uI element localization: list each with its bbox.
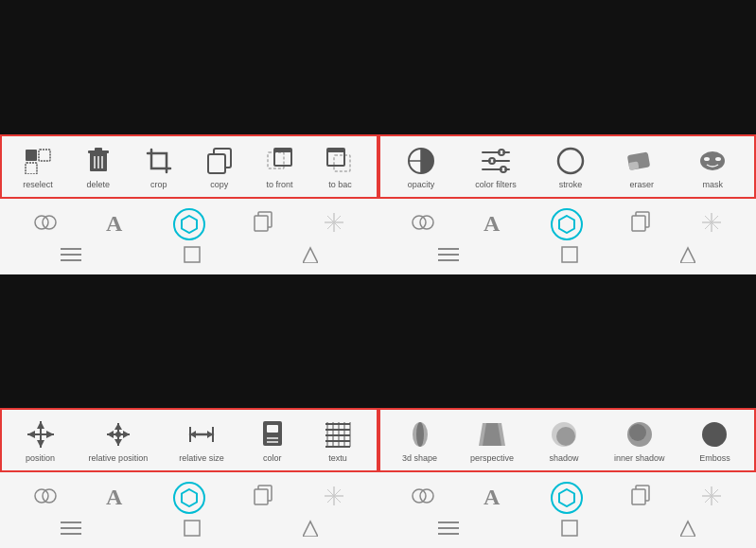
bottom-right-row2 bbox=[388, 518, 747, 542]
opacity-tool[interactable]: opacity bbox=[404, 144, 438, 189]
texture-label: textu bbox=[328, 453, 347, 463]
sparkle-icon-br[interactable] bbox=[700, 485, 723, 511]
sparkle-icon-tr[interactable] bbox=[700, 211, 723, 238]
copy-icon-bl[interactable] bbox=[253, 485, 275, 511]
svg-rect-16 bbox=[327, 149, 344, 152]
svg-rect-10 bbox=[208, 154, 225, 173]
svg-marker-31 bbox=[303, 248, 318, 263]
bottom-right-bottom-bar: A bbox=[378, 472, 757, 548]
crop-label: crop bbox=[150, 180, 167, 189]
copy-icon-br[interactable] bbox=[630, 485, 653, 511]
svg-rect-13 bbox=[274, 149, 291, 152]
relative-position-tool[interactable]: relative position bbox=[89, 417, 149, 463]
opacity-icon bbox=[404, 144, 438, 178]
inner-shadow-tool[interactable]: inner shadow bbox=[614, 417, 665, 463]
eraser-tool[interactable]: eraser bbox=[624, 144, 659, 189]
square-icon-bl[interactable] bbox=[184, 520, 201, 540]
blend-icon-tr[interactable] bbox=[411, 210, 435, 239]
svg-rect-22 bbox=[255, 216, 268, 231]
svg-marker-64 bbox=[680, 248, 695, 263]
relative-size-label: relative size bbox=[179, 453, 224, 463]
bottom-right-toolbar: 3d shape perspective bbox=[378, 408, 757, 472]
svg-rect-2 bbox=[26, 163, 37, 174]
delete-label: delete bbox=[87, 180, 111, 189]
relative-size-tool[interactable]: relative size bbox=[179, 417, 224, 463]
to-back-tool[interactable]: to bac bbox=[323, 144, 357, 189]
svg-rect-84 bbox=[267, 425, 278, 433]
stroke-tool[interactable]: stroke bbox=[554, 144, 588, 189]
delete-tool[interactable]: delete bbox=[81, 144, 115, 189]
color-tool[interactable]: color bbox=[255, 417, 290, 463]
perspective-tool[interactable]: perspective bbox=[470, 417, 514, 463]
bottom-left-row1: A bbox=[9, 478, 369, 518]
stroke-label: stroke bbox=[559, 180, 583, 189]
svg-marker-74 bbox=[114, 439, 122, 446]
svg-point-120 bbox=[702, 422, 727, 447]
text-icon-bl[interactable]: A bbox=[105, 484, 126, 512]
color-icon bbox=[255, 417, 290, 451]
play-icon-br[interactable] bbox=[680, 520, 695, 540]
hex-circle-tr[interactable] bbox=[551, 208, 583, 240]
mask-label: mask bbox=[703, 180, 724, 189]
top-left-tools: reselect delete bbox=[8, 144, 371, 189]
color-filters-tool[interactable]: color filters bbox=[475, 144, 517, 189]
to-front-label: to front bbox=[267, 180, 293, 189]
menu-icon-br[interactable] bbox=[438, 521, 459, 539]
text-icon-br[interactable]: A bbox=[483, 484, 503, 512]
blend-icon-bl[interactable] bbox=[33, 484, 58, 512]
to-front-icon bbox=[263, 144, 297, 178]
emboss-tool[interactable]: Emboss bbox=[697, 417, 731, 463]
square-icon-tr[interactable] bbox=[561, 246, 578, 267]
copy-icon-tr[interactable] bbox=[630, 211, 653, 238]
blend-icon-br[interactable] bbox=[411, 484, 435, 512]
svg-point-18 bbox=[43, 216, 56, 229]
square-icon-br[interactable] bbox=[561, 520, 578, 540]
text-icon-tr[interactable]: A bbox=[483, 210, 503, 239]
menu-icon-bl[interactable] bbox=[61, 521, 81, 539]
relative-position-icon bbox=[101, 417, 135, 451]
svg-marker-111 bbox=[303, 521, 318, 537]
play-icon-tl[interactable] bbox=[303, 246, 318, 267]
copy-icon-tl[interactable] bbox=[253, 211, 275, 238]
top-right-tools: opacity color bbox=[386, 144, 749, 189]
sparkle-icon-tl[interactable] bbox=[323, 211, 345, 238]
top-right-dark bbox=[378, 0, 757, 134]
copy-tool[interactable]: copy bbox=[202, 144, 237, 189]
square-icon-tl[interactable] bbox=[184, 246, 201, 267]
svg-text:A: A bbox=[483, 211, 501, 235]
texture-tool[interactable]: textu bbox=[321, 417, 355, 463]
top-left-toolbar: reselect delete bbox=[0, 134, 378, 199]
color-filters-label: color filters bbox=[475, 180, 517, 189]
emboss-icon bbox=[697, 417, 731, 451]
bottom-left-tools: position relative position bbox=[8, 417, 371, 463]
3d-shape-tool[interactable]: 3d shape bbox=[402, 417, 437, 463]
menu-icon-tl[interactable] bbox=[61, 247, 81, 266]
reselect-tool[interactable]: reselect bbox=[21, 144, 55, 189]
copy-icon bbox=[202, 144, 237, 178]
reselect-label: reselect bbox=[23, 180, 53, 189]
sparkle-icon-bl[interactable] bbox=[323, 485, 345, 511]
hex-circle-tl[interactable] bbox=[173, 208, 205, 240]
blend-icon-tl[interactable] bbox=[33, 210, 58, 239]
svg-rect-126 bbox=[632, 489, 645, 504]
bottom-left-toolbar: position relative position bbox=[0, 408, 378, 472]
position-tool[interactable]: position bbox=[24, 417, 58, 463]
3d-shape-icon bbox=[403, 417, 437, 451]
to-front-tool[interactable]: to front bbox=[263, 144, 297, 189]
play-icon-bl[interactable] bbox=[303, 520, 318, 540]
play-icon-tr[interactable] bbox=[680, 246, 695, 267]
mask-tool[interactable]: mask bbox=[695, 144, 730, 189]
text-icon-tl[interactable]: A bbox=[105, 210, 126, 239]
svg-point-113 bbox=[416, 422, 424, 447]
hex-circle-br[interactable] bbox=[551, 482, 583, 514]
hex-circle-bl[interactable] bbox=[173, 482, 205, 514]
svg-marker-73 bbox=[114, 423, 122, 430]
crop-tool[interactable]: crop bbox=[142, 144, 176, 189]
top-left-quadrant: reselect delete bbox=[0, 0, 378, 274]
menu-icon-tr[interactable] bbox=[438, 247, 459, 266]
position-icon bbox=[24, 417, 58, 451]
copy-label: copy bbox=[210, 180, 228, 189]
shadow-tool[interactable]: shadow bbox=[547, 417, 581, 463]
eraser-icon bbox=[624, 144, 659, 178]
perspective-label: perspective bbox=[470, 453, 514, 463]
